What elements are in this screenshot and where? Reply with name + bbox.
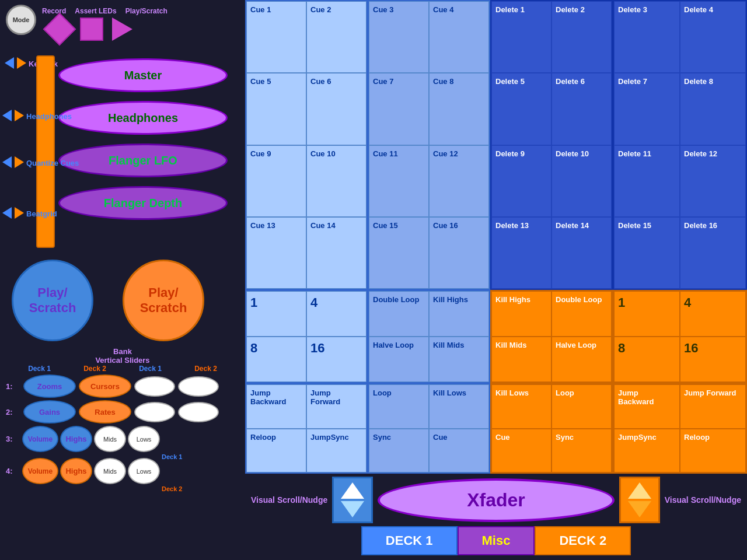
cue-d2[interactable]: Cue (429, 429, 489, 473)
cue-3[interactable]: Cue 3 (369, 1, 429, 73)
volume-oval-d1[interactable]: Volume (22, 426, 58, 452)
jump-backward-d1[interactable]: Jump Backward (246, 384, 306, 429)
double-loop-btn-d3[interactable]: Double Loop (551, 291, 612, 337)
jump-forward-d1[interactable]: Jump Forward (306, 384, 366, 429)
kill-mids-btn-d3[interactable]: Kill Mids (491, 337, 551, 382)
cue-7[interactable]: Cue 7 (369, 73, 429, 145)
delete-6[interactable]: Delete 6 (551, 73, 612, 145)
cue-9[interactable]: Cue 9 (246, 145, 306, 217)
master-ellipse[interactable]: Master (58, 58, 228, 92)
nudge-button-right[interactable] (619, 477, 660, 523)
halve-loop-btn[interactable]: Halve Loop (369, 337, 429, 382)
headphones-arrow-right[interactable] (15, 110, 24, 121)
delete-16[interactable]: Delete 16 (680, 217, 746, 289)
flanger-lfo-ellipse[interactable]: Flanger LFO (58, 144, 228, 177)
row1-white-orange[interactable] (178, 376, 219, 397)
play-scratch-orange[interactable]: Play/ Scratch (123, 260, 204, 341)
cue-11[interactable]: Cue 11 (369, 145, 429, 217)
play-scratch-icon[interactable] (112, 18, 132, 41)
cue-12[interactable]: Cue 12 (429, 145, 489, 217)
delete-4[interactable]: Delete 4 (680, 1, 746, 73)
loop-8-d4[interactable]: 8 (614, 337, 680, 382)
loop-1[interactable]: 1 (246, 291, 306, 337)
delete-2[interactable]: Delete 2 (551, 1, 612, 73)
sync-d3[interactable]: Sync (551, 429, 612, 473)
loop-d2[interactable]: Loop (369, 384, 429, 429)
jump-forward-d4[interactable]: Jump Forward (680, 384, 746, 429)
cue-4[interactable]: Cue 4 (429, 1, 489, 73)
delete-10[interactable]: Delete 10 (551, 145, 612, 217)
record-icon[interactable] (43, 13, 76, 46)
jumpsync-d1[interactable]: JumpSync (306, 429, 366, 473)
delete-3[interactable]: Delete 3 (614, 1, 680, 73)
halve-loop-btn-d3[interactable]: Halve Loop (551, 337, 612, 382)
cue-8[interactable]: Cue 8 (429, 73, 489, 145)
delete-8[interactable]: Delete 8 (680, 73, 746, 145)
cue-1[interactable]: Cue 1 (246, 1, 306, 73)
delete-7[interactable]: Delete 7 (614, 73, 680, 145)
cue-6[interactable]: Cue 6 (306, 73, 366, 145)
jumpsync-d4[interactable]: JumpSync (614, 429, 680, 473)
row2-white-blue[interactable] (134, 402, 175, 422)
mids-oval-d1[interactable]: Mids (94, 426, 126, 452)
highs-oval-d2[interactable]: Highs (60, 458, 92, 484)
cue-d3[interactable]: Cue (491, 429, 551, 473)
headphones-ellipse[interactable]: Headphones (58, 101, 228, 135)
cue-5[interactable]: Cue 5 (246, 73, 306, 145)
cursors-oval[interactable]: Cursors (79, 374, 131, 398)
row1-white-blue[interactable] (134, 376, 175, 397)
xfader-ellipse[interactable]: Xfader (378, 478, 615, 522)
deck1-button[interactable]: DECK 1 (361, 526, 458, 555)
loop-d3[interactable]: Loop (551, 384, 612, 429)
delete-5[interactable]: Delete 5 (491, 73, 551, 145)
loop-1-d4[interactable]: 1 (614, 291, 680, 337)
reloop-d1[interactable]: Reloop (246, 429, 306, 473)
cue-16[interactable]: Cue 16 (429, 217, 489, 289)
delete-1[interactable]: Delete 1 (491, 1, 551, 73)
keylock-arrow-right[interactable] (17, 57, 26, 69)
mids-oval-d2[interactable]: Mids (94, 458, 126, 484)
zooms-oval[interactable]: Zooms (23, 374, 76, 398)
jump-backward-d4[interactable]: Jump Backward (614, 384, 680, 429)
lows-oval-d2[interactable]: Lows (128, 458, 160, 484)
delete-11[interactable]: Delete 11 (614, 145, 680, 217)
headphones-arrow-left[interactable] (2, 110, 12, 121)
delete-9[interactable]: Delete 9 (491, 145, 551, 217)
kill-highs-btn-d3[interactable]: Kill Highs (491, 291, 551, 337)
loop-4-d4[interactable]: 4 (680, 291, 746, 337)
delete-13[interactable]: Delete 13 (491, 217, 551, 289)
quantize-arrow-right[interactable] (15, 156, 24, 168)
quantize-arrow-left[interactable] (2, 156, 12, 168)
cue-2[interactable]: Cue 2 (306, 1, 366, 73)
nudge-button-left[interactable] (332, 477, 373, 523)
cue-14[interactable]: Cue 14 (306, 217, 366, 289)
kill-lows-d2[interactable]: Kill Lows (429, 384, 489, 429)
highs-oval-d1[interactable]: Highs (60, 426, 92, 452)
keylock-arrow-left[interactable] (5, 57, 14, 69)
gains-oval[interactable]: Gains (23, 400, 76, 424)
rates-oval[interactable]: Rates (79, 400, 131, 424)
mode-button[interactable]: Mode (6, 5, 36, 35)
cue-13[interactable]: Cue 13 (246, 217, 306, 289)
beatgrid-arrow-left[interactable] (2, 207, 12, 219)
kill-mids-btn-d2[interactable]: Kill Mids (429, 337, 489, 382)
misc-button[interactable]: Misc (458, 526, 535, 555)
kill-lows-d3[interactable]: Kill Lows (491, 384, 551, 429)
delete-12[interactable]: Delete 12 (680, 145, 746, 217)
loop-4[interactable]: 4 (306, 291, 366, 337)
sync-d2[interactable]: Sync (369, 429, 429, 473)
kill-highs-btn-d2[interactable]: Kill Highs (429, 291, 489, 337)
volume-oval-d2[interactable]: Volume (22, 458, 58, 484)
deck2-button[interactable]: DECK 2 (535, 526, 631, 555)
play-scratch-blue[interactable]: Play/ Scratch (12, 260, 93, 341)
reloop-d4[interactable]: Reloop (680, 429, 746, 473)
row2-white-orange[interactable] (178, 402, 219, 422)
loop-8[interactable]: 8 (246, 337, 306, 382)
loop-16-d4[interactable]: 16 (680, 337, 746, 382)
assert-leds-icon[interactable] (80, 18, 103, 41)
cue-15[interactable]: Cue 15 (369, 217, 429, 289)
double-loop-btn[interactable]: Double Loop (369, 291, 429, 337)
flanger-depth-ellipse[interactable]: Flanger Depth (58, 186, 228, 220)
cue-10[interactable]: Cue 10 (306, 145, 366, 217)
delete-14[interactable]: Delete 14 (551, 217, 612, 289)
